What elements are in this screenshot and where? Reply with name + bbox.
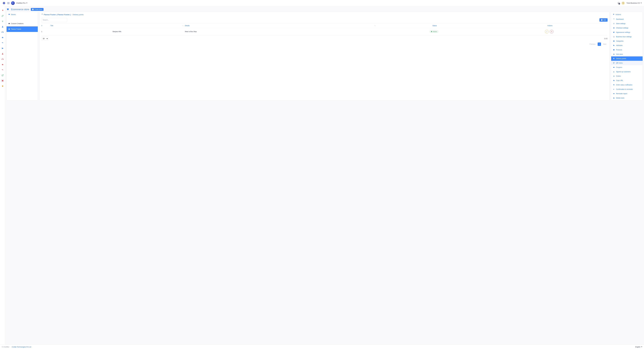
th-status[interactable]: Status	[377, 25, 492, 26]
action-item-delete-store[interactable]: Delete store	[611, 96, 642, 100]
pager-page-1[interactable]: 1	[598, 42, 601, 46]
footer-link[interactable]: iCollab Technologies Pvt Ltd	[12, 346, 31, 348]
rail-item-reply2[interactable]	[1, 68, 4, 71]
cart-icon	[613, 75, 615, 77]
action-item-attributes[interactable]: Attributes	[611, 43, 642, 48]
status-label: Active	[433, 31, 437, 32]
window-icon	[8, 14, 10, 16]
action-item-coupons[interactable]: Coupons	[611, 65, 642, 70]
action-item-categories[interactable]: Categories	[611, 39, 642, 43]
send-icon	[613, 14, 614, 16]
create-store-label: Create store	[34, 9, 42, 10]
action-item-signed-up-customers[interactable]: Signed-up customers	[611, 70, 642, 74]
action-item-appearance-settings[interactable]: Appearance settings	[611, 30, 642, 34]
th-num[interactable]: #	[41, 25, 50, 26]
notifications-button[interactable]: 0	[618, 2, 620, 4]
action-item-label: QR menu	[616, 62, 622, 64]
th-details[interactable]: Details↑↓	[185, 25, 377, 26]
action-item-checkout-settings[interactable]: Checkout settings	[611, 26, 642, 30]
svg-rect-14	[2, 59, 2, 60]
edit-button[interactable]	[545, 30, 548, 33]
action-item-reminder-report[interactable]: Reminder report	[611, 92, 642, 96]
action-item-products[interactable]: Products	[611, 48, 642, 52]
svg-point-30	[614, 24, 614, 24]
rail-item-bot1[interactable]	[1, 36, 4, 39]
pager-next[interactable]: Next	[602, 42, 608, 46]
svg-point-48	[614, 71, 614, 72]
brand-name-label: Cheifbot Pro	[16, 2, 26, 4]
search-input[interactable]	[41, 18, 67, 22]
notifications-count: 0	[618, 3, 620, 4]
svg-rect-38	[613, 41, 614, 42]
action-item-orders[interactable]: Orders	[611, 74, 642, 78]
action-item-order-status-notification[interactable]: Order status notification	[611, 83, 642, 87]
rail-item-send[interactable]	[1, 47, 4, 50]
plus-circle-icon: +	[601, 19, 602, 21]
action-item-label: Order status notification	[616, 84, 632, 86]
rail-item-link[interactable]	[1, 14, 4, 17]
rail-item-hot[interactable]	[1, 9, 4, 12]
action-item-copy-url[interactable]: Copy URL	[611, 78, 642, 83]
svg-rect-36	[613, 40, 614, 41]
action-item-visit-store[interactable]: Visit store	[611, 52, 642, 56]
svg-rect-52	[614, 80, 614, 81]
action-item-business-hour-settings[interactable]: Business hour settings	[611, 34, 642, 39]
add-button[interactable]: + Add	[600, 18, 608, 22]
svg-rect-47	[614, 63, 614, 64]
delete-button[interactable]	[550, 30, 554, 33]
pin-icon	[613, 58, 615, 60]
svg-point-10	[2, 38, 2, 38]
rail-item-wifi[interactable]	[1, 20, 4, 23]
th-title[interactable]: Title↑↓	[50, 25, 185, 26]
svg-point-2	[4, 3, 4, 3]
action-item-delivery-points[interactable]: Delivery points	[611, 56, 642, 61]
sort-icon: ↑↓	[374, 25, 377, 26]
action-item-store-settings[interactable]: Store settings	[611, 22, 642, 26]
footer-copyright: © CheifBot	[2, 346, 9, 348]
store-item-couture-creations[interactable]: Couture Creations	[6, 21, 38, 26]
svg-rect-9	[2, 37, 3, 38]
pager-previous[interactable]: Previous	[588, 42, 597, 46]
caret-down-icon	[26, 3, 27, 3]
page-header: Ecommerce store + Create store	[6, 8, 643, 12]
svg-point-49	[614, 71, 614, 72]
rail-item-user[interactable]	[1, 25, 4, 28]
caret-down-icon	[641, 346, 642, 347]
check-circle-icon	[431, 31, 432, 32]
bell-icon	[613, 84, 615, 86]
main-panel: Flavour Fusion ( Flavour Fusion ) : Deli…	[40, 12, 610, 100]
breadcrumb-store-paren: ( Flavour Fusion )	[56, 14, 70, 16]
action-item-dashboard[interactable]: Dashboard	[611, 17, 642, 22]
rail-item-headset[interactable]	[1, 31, 4, 34]
rail-item-user2[interactable]	[1, 52, 4, 55]
action-item-label: Orders	[616, 75, 621, 77]
rail-item-store[interactable]	[1, 79, 4, 82]
breadcrumb: Flavour Fusion ( Flavour Fusion ) : Deli…	[40, 12, 609, 17]
svg-rect-43	[613, 62, 614, 63]
rail-item-bot2[interactable]	[1, 63, 4, 66]
sidebar-toggle[interactable]	[7, 2, 10, 4]
rail-item-coins[interactable]	[1, 85, 4, 88]
rail-item-reply1[interactable]	[1, 42, 4, 44]
actions-panel: Actions DashboardStore settingsCheckout …	[611, 12, 643, 100]
palette-icon	[613, 32, 615, 33]
rail-item-headset2[interactable]	[1, 58, 4, 60]
rail-item-export[interactable]	[1, 74, 4, 77]
store-item-flavour-fusion[interactable]: Flavour Fusion	[6, 26, 38, 32]
svg-point-18	[3, 64, 3, 65]
svg-point-55	[614, 94, 614, 94]
action-item-qr-menu[interactable]: QR menu	[611, 61, 642, 65]
language-menu[interactable]: English	[635, 346, 642, 348]
action-item-label: Signed-up customers	[616, 71, 630, 73]
copy-icon	[613, 80, 615, 82]
action-item-label: Copy URL	[616, 80, 623, 82]
action-item-confirmation-reminder[interactable]: Confirmation & reminder	[611, 87, 642, 92]
page-size-select[interactable]: 10	[41, 37, 48, 40]
brand-menu[interactable]: Cheifbot Pro	[16, 2, 27, 4]
pager: Previous 1 Next	[40, 42, 609, 46]
qr-icon	[613, 62, 615, 64]
create-store-button[interactable]: + Create store	[31, 8, 44, 11]
business-menu[interactable]: Trend Business CO	[626, 2, 642, 4]
svg-rect-37	[614, 40, 614, 41]
action-item-label: Store settings	[616, 23, 626, 24]
